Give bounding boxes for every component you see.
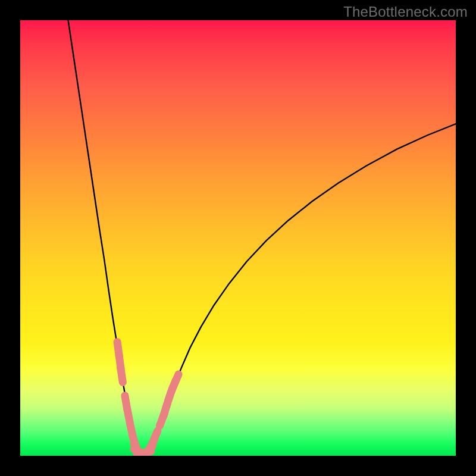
highlight-marker bbox=[152, 431, 158, 444]
watermark-text: TheBottleneck.com bbox=[343, 4, 468, 20]
chart-frame: TheBottleneck.com bbox=[0, 0, 476, 476]
chart-svg bbox=[20, 20, 456, 456]
highlight-marker bbox=[121, 368, 123, 383]
highlight-marker bbox=[173, 374, 178, 387]
plot-area bbox=[20, 20, 456, 456]
bottleneck-curve bbox=[68, 20, 456, 453]
marker-layer bbox=[117, 342, 178, 456]
curve-layer bbox=[68, 20, 456, 453]
